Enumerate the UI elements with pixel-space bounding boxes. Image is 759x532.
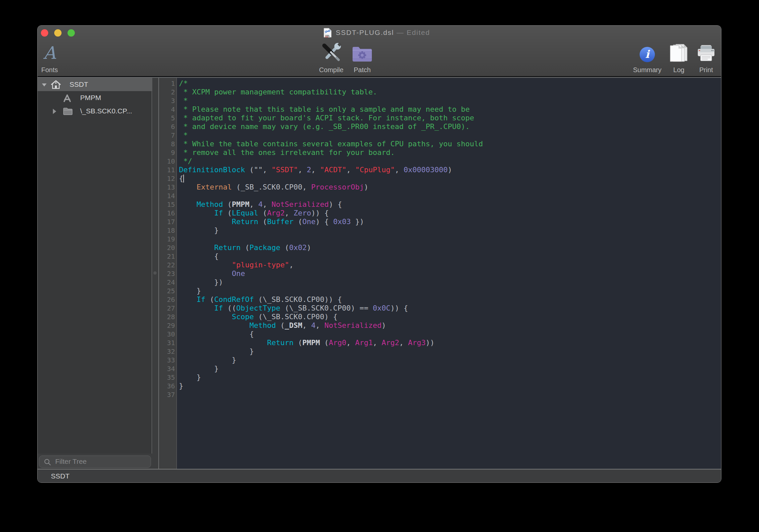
code-line: Scope (\_SB.SCK0.CP00) { <box>179 313 483 321</box>
code-line: * Please note that this table is only a … <box>179 105 483 114</box>
close-button[interactable] <box>41 29 48 37</box>
window-title: SSDT-PLUG.dsl — Edited <box>336 28 430 38</box>
code-line: One <box>179 269 483 278</box>
line-number: 19 <box>159 235 175 243</box>
line-number: 17 <box>159 217 175 226</box>
line-number: 34 <box>159 364 175 373</box>
code-text: /* * XCPM power management compatibility… <box>179 79 483 399</box>
minimize-button[interactable] <box>54 29 62 37</box>
code-line <box>179 192 483 200</box>
fonts-icon: A <box>37 41 66 62</box>
line-number: 4 <box>159 105 175 114</box>
code-line: { <box>179 174 483 183</box>
window-title-group: DSL SSDT-PLUG.dsl — Edited <box>324 28 430 38</box>
line-number: 3 <box>159 96 175 105</box>
code-line: If ((ObjectType (\_SB.SCK0.CP00) == 0x0C… <box>179 304 483 313</box>
toolbar-fonts-button[interactable]: A Fonts <box>37 41 66 74</box>
toolbar-compile-label: Compile <box>315 66 348 74</box>
disclosure-right-icon[interactable] <box>53 109 56 114</box>
code-line: { <box>179 330 483 338</box>
folder-icon <box>63 107 73 115</box>
line-number: 22 <box>159 261 175 269</box>
code-line: * <box>179 96 483 105</box>
toolbar-compile-button[interactable]: Compile <box>315 41 348 74</box>
line-number: 31 <box>159 338 175 347</box>
window-header: DSL SSDT-PLUG.dsl — Edited A Fonts Compi… <box>38 26 721 77</box>
line-number: 25 <box>159 287 175 295</box>
line-number: 10 <box>159 157 175 166</box>
code-line: Return (Buffer (One) { 0x03 }) <box>179 217 483 226</box>
line-number: 20 <box>159 243 175 252</box>
code-line: } <box>179 347 483 356</box>
zoom-button[interactable] <box>68 29 75 37</box>
code-line: } <box>179 226 483 235</box>
code-line: DefinitionBlock ("", "SSDT", 2, "ACDT", … <box>179 166 483 174</box>
code-line: } <box>179 373 483 382</box>
code-line: * remove all the ones irrelevant for you… <box>179 148 483 157</box>
line-number: 33 <box>159 356 175 364</box>
line-number: 28 <box>159 313 175 321</box>
code-line: } <box>179 364 483 373</box>
code-line: /* <box>179 79 483 88</box>
code-line: */ <box>179 157 483 166</box>
code-line: { <box>179 252 483 261</box>
code-line: } <box>179 287 483 295</box>
line-number: 29 <box>159 321 175 330</box>
line-number: 16 <box>159 209 175 217</box>
toolbar-print-label: Print <box>689 66 721 74</box>
code-line: If (CondRefOf (\_SB.SCK0.CP00)) { <box>179 295 483 304</box>
code-line: External (_SB_.SCK0.CP00, ProcessorObj) <box>179 183 483 192</box>
code-line: Return (PMPM (Arg0, Arg1, Arg2, Arg3)) <box>179 338 483 347</box>
compile-icon <box>315 41 348 62</box>
line-number: 13 <box>159 183 175 192</box>
line-number: 6 <box>159 122 175 131</box>
sidebar-item-sb-sck0-label: \_SB.SCK0.CP... <box>80 107 132 115</box>
line-numbers: 1234567891011121314151617181920212223242… <box>159 79 175 399</box>
sidebar-item-sb-sck0[interactable]: \_SB.SCK0.CP... <box>38 104 152 118</box>
line-number: 7 <box>159 131 175 140</box>
print-icon <box>689 41 721 62</box>
code-line: * While the table contains several examp… <box>179 140 483 148</box>
line-number: 5 <box>159 114 175 122</box>
sidebar-item-ssdt-label: SSDT <box>70 80 88 88</box>
sidebar-item-ssdt[interactable]: SSDT <box>38 78 152 91</box>
line-number: 23 <box>159 269 175 278</box>
line-number: 30 <box>159 330 175 338</box>
code-line: } <box>179 356 483 364</box>
sidebar-item-pmpm[interactable]: PMPM <box>38 91 152 104</box>
disclosure-down-icon[interactable] <box>42 83 47 86</box>
line-number: 36 <box>159 382 175 390</box>
filter-tree-placeholder: Filter Tree <box>55 458 87 466</box>
filter-strip: Filter Tree <box>38 454 152 469</box>
toolbar-patch-button[interactable]: Patch <box>346 41 379 74</box>
line-number: 12 <box>159 174 175 183</box>
line-number: 18 <box>159 226 175 235</box>
line-number: 37 <box>159 390 175 399</box>
line-number: 8 <box>159 140 175 148</box>
gutter-separator <box>176 78 177 469</box>
code-line: } <box>179 382 483 390</box>
app-window: DSL SSDT-PLUG.dsl — Edited A Fonts Compi… <box>37 25 721 483</box>
line-number: 27 <box>159 304 175 313</box>
line-number: 2 <box>159 88 175 96</box>
code-line: If (LEqual (Arg2, Zero)) { <box>179 209 483 217</box>
line-number: 21 <box>159 252 175 261</box>
line-number: 32 <box>159 347 175 356</box>
code-line: "plugin-type", <box>179 261 483 269</box>
code-line: * and device name may vary (e.g. _SB_.PR… <box>179 122 483 131</box>
code-line: Method (_DSM, 4, NotSerialized) <box>179 321 483 330</box>
sidebar-tree <box>38 78 152 469</box>
toolbar-fonts-label: Fonts <box>37 66 66 74</box>
filter-tree-input[interactable]: Filter Tree <box>39 456 151 468</box>
sidebar-item-pmpm-label: PMPM <box>80 94 101 102</box>
line-number: 9 <box>159 148 175 157</box>
code-line <box>179 390 483 399</box>
window-title-edited: — Edited <box>396 29 430 36</box>
line-number: 11 <box>159 166 175 174</box>
line-number: 24 <box>159 278 175 287</box>
line-number: 1 <box>159 79 175 88</box>
code-line: Method (PMPM, 4, NotSerialized) { <box>179 200 483 209</box>
splitter-knob[interactable] <box>153 271 157 275</box>
code-line: Return (Package (0x02) <box>179 243 483 252</box>
toolbar-print-button[interactable]: Print <box>689 41 721 74</box>
